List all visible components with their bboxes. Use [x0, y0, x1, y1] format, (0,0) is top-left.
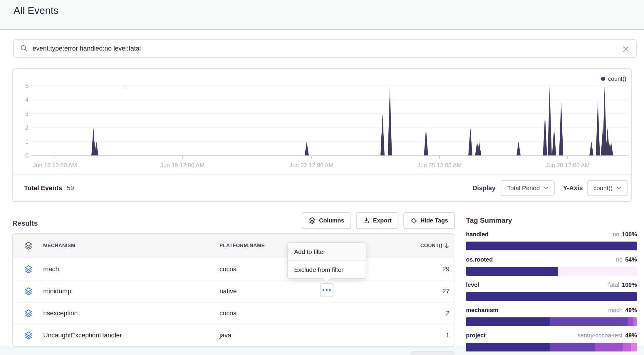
page-title: All Events	[14, 5, 58, 16]
display-select-value: Total Period	[507, 185, 540, 192]
cell-platform[interactable]: native	[219, 287, 237, 295]
column-header-count-label: COUNT()	[420, 243, 442, 249]
cell-platform[interactable]: cocoa	[219, 309, 237, 317]
sort-desc-icon	[445, 243, 449, 249]
display-select[interactable]: Total Period	[501, 180, 555, 196]
stack-icon	[24, 265, 33, 274]
close-icon	[622, 45, 630, 53]
tag-summary-title: Tag Summary	[466, 216, 637, 225]
stack-icon	[24, 287, 33, 296]
tag-top-percent: 100%	[622, 282, 637, 288]
cell-count: 27	[442, 287, 450, 295]
tag-distribution-bar[interactable]	[466, 242, 637, 250]
tag-name: handled	[466, 231, 489, 238]
column-header-count[interactable]: COUNT()	[420, 243, 449, 249]
tag-name: mechanism	[466, 307, 498, 314]
tag-bar-segment	[623, 343, 631, 351]
column-header-platform[interactable]: PLATFORM.NAME	[219, 243, 265, 249]
tag-top-percent: 49%	[625, 332, 637, 339]
cell-mechanism[interactable]: UncaughtExceptionHandler	[43, 331, 122, 339]
tag-top-value: no	[616, 256, 623, 263]
tag-bar-segment	[595, 343, 622, 351]
svg-text:4: 4	[25, 96, 28, 103]
table-row[interactable]: UncaughtExceptionHandler java 1	[13, 324, 454, 346]
tag-bar-segment	[466, 343, 550, 351]
cell-count: 1	[446, 331, 450, 339]
tag-bar-segment	[633, 317, 637, 326]
columns-button[interactable]: Columns	[302, 212, 351, 229]
hide-tags-button-label: Hide Tags	[420, 217, 448, 224]
tag-bar-segment	[631, 343, 637, 351]
legend-count-dot	[601, 77, 605, 81]
svg-text:1: 1	[25, 138, 28, 145]
legend-count-label: count()	[608, 76, 626, 82]
tag-icon	[410, 217, 417, 224]
display-label: Display	[472, 184, 495, 192]
svg-text:0: 0	[25, 152, 28, 159]
tag-summary-row: os.rootedno54%	[466, 256, 637, 276]
tag-summary-row: levelfatal100%	[466, 282, 637, 301]
search-input[interactable]: event.type:error handled:no level:fatal	[33, 45, 141, 52]
tag-distribution-bar[interactable]	[466, 267, 637, 276]
tag-distribution-bar[interactable]	[466, 292, 637, 301]
table-row[interactable]: nsexception cocoa 2	[13, 302, 454, 324]
search-bar[interactable]: event.type:error handled:no level:fatal	[13, 39, 637, 58]
stack-icon	[24, 309, 33, 318]
search-icon	[20, 45, 28, 52]
tag-top-value: mach	[608, 307, 623, 314]
clear-search-button[interactable]	[620, 43, 631, 55]
tag-summary-panel: Tag Summary handledno100%os.rootedno54%l…	[466, 216, 637, 355]
table-row[interactable]: mach cocoa 29	[13, 258, 454, 280]
table-row[interactable]: minidump native 27	[13, 280, 454, 302]
svg-text:3: 3	[25, 110, 28, 117]
yaxis-select[interactable]: count()	[587, 180, 628, 196]
results-table: MECHANISM PLATFORM.NAME COUNT() mach coc…	[12, 233, 454, 346]
tag-top-value: no	[613, 231, 619, 238]
pagination-button-partial[interactable]	[411, 351, 454, 355]
stack-icon	[24, 331, 33, 340]
stack-icon	[308, 217, 316, 224]
tag-name: level	[466, 282, 479, 288]
cell-platform[interactable]: cocoa	[219, 265, 237, 273]
tag-bar-segment	[466, 242, 637, 250]
svg-text:Jun 16 12:00 AM: Jun 16 12:00 AM	[33, 162, 77, 168]
chevron-down-icon	[617, 187, 621, 189]
svg-text:2: 2	[25, 124, 28, 131]
export-button-label: Export	[373, 217, 392, 224]
events-chart-panel: 012345Jun 16 12:00 AMJun 19 12:00 AMJun …	[12, 68, 632, 202]
tag-top-value: sentry-cocoa-test	[578, 332, 623, 339]
svg-text:5: 5	[25, 83, 28, 89]
svg-text:Jun 28 12:00 AM: Jun 28 12:00 AM	[546, 162, 590, 168]
total-events-value: 59	[67, 184, 74, 192]
hide-tags-button[interactable]: Hide Tags	[403, 212, 455, 229]
tag-distribution-bar[interactable]	[466, 343, 637, 351]
cell-mechanism[interactable]: minidump	[43, 287, 71, 295]
tag-bar-segment	[550, 343, 595, 351]
export-button[interactable]: Export	[356, 212, 398, 229]
tag-summary-row: mechanismmach49%	[466, 307, 637, 326]
tag-bar-segment	[550, 317, 628, 326]
svg-text:Jun 25 12:00 AM: Jun 25 12:00 AM	[417, 162, 462, 168]
tag-top-percent: 54%	[625, 256, 637, 263]
svg-text:Jun 22 12:00 AM: Jun 22 12:00 AM	[289, 162, 333, 168]
page-header: All Events	[0, 0, 644, 30]
tag-distribution-bar[interactable]	[466, 317, 637, 326]
cell-mechanism[interactable]: mach	[43, 265, 59, 273]
column-header-mechanism[interactable]: MECHANISM	[43, 243, 75, 249]
tag-top-percent: 100%	[622, 231, 637, 238]
tag-name: project	[466, 332, 486, 339]
cell-count: 2	[446, 309, 450, 317]
tag-bar-segment	[628, 317, 633, 326]
menu-item-add-to-filter[interactable]: Add to filter	[288, 243, 366, 261]
events-chart: 012345Jun 16 12:00 AMJun 19 12:00 AMJun …	[13, 69, 631, 173]
yaxis-label: Y-Axis	[563, 184, 583, 192]
cell-mechanism[interactable]: nsexception	[43, 309, 78, 317]
tag-bar-segment	[466, 317, 550, 326]
cell-platform[interactable]: java	[219, 331, 231, 339]
tag-bar-segment	[466, 292, 637, 301]
columns-button-label: Columns	[319, 217, 344, 224]
results-heading: Results	[12, 219, 38, 227]
tag-summary-row: handledno100%	[466, 231, 637, 250]
ellipsis-icon	[323, 289, 324, 291]
row-actions-button[interactable]	[320, 283, 333, 297]
